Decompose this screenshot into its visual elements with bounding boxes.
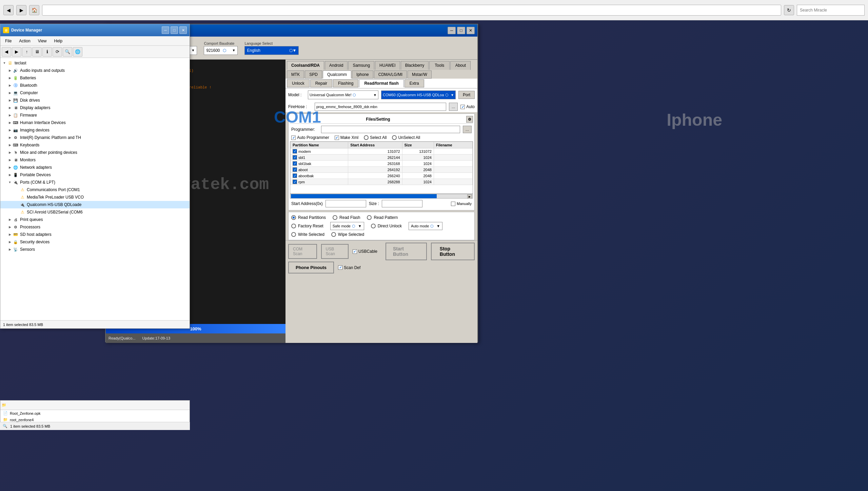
tree-toggle-ports[interactable]: ▼: [7, 180, 13, 185]
tree-item-disk[interactable]: ▶ 💾 Disk drives: [0, 97, 190, 104]
start-addr-input[interactable]: [326, 200, 366, 207]
programmer-input[interactable]: [321, 126, 460, 133]
make-xml-check[interactable]: Make Xml: [335, 135, 358, 140]
home-button[interactable]: 🏠: [29, 5, 39, 15]
horizontal-scrollbar[interactable]: ▶: [290, 194, 473, 199]
dm-tb-forward[interactable]: ▶: [12, 47, 21, 57]
tree-item-portable[interactable]: ▶ 📱 Portable Devices: [0, 171, 190, 179]
baudrate-select[interactable]: 921600 ⬡ ▼: [204, 46, 238, 55]
tree-toggle-mice[interactable]: ▶: [7, 150, 13, 155]
auto-check[interactable]: Auto: [460, 104, 475, 109]
write-selected-radio[interactable]: Write Selected: [291, 232, 324, 237]
port-com-select[interactable]: COM60 (Qualcomm HS-USB QDLoa ⬡ ▼: [381, 90, 456, 99]
dm-menu-action[interactable]: Action: [16, 38, 34, 44]
tree-item-mediatek[interactable]: ⚠ MediaTek PreLoader USB VCO: [0, 193, 190, 201]
com-scan-btn[interactable]: COM Scan: [288, 244, 317, 259]
tree-toggle-display[interactable]: ▶: [7, 105, 13, 110]
auto-programmer-check[interactable]: Auto Programmer: [291, 135, 329, 140]
tab-samsung[interactable]: Samsung: [348, 61, 374, 70]
mb-minimize[interactable]: ─: [448, 27, 456, 34]
auto-prog-checkbox[interactable]: [291, 136, 296, 140]
scan-def-checkbox[interactable]: [338, 265, 342, 270]
func-tab-extra[interactable]: Extra: [405, 79, 424, 87]
tree-toggle-computer[interactable]: ▶: [7, 90, 13, 96]
dm-maximize[interactable]: □: [171, 26, 178, 34]
tab-tools[interactable]: Tools: [429, 61, 450, 70]
tree-toggle-printq[interactable]: ▶: [7, 217, 13, 222]
dm-menu-file[interactable]: File: [2, 38, 15, 44]
tree-item-keyboards[interactable]: ▶ ⌨ Keyboards: [0, 141, 190, 149]
phone-pinouts-btn[interactable]: Phone Pinouts: [288, 262, 334, 273]
forward-button[interactable]: ▶: [16, 5, 26, 15]
tab-blackberry[interactable]: Blackberry: [401, 61, 429, 70]
scroll-right-btn[interactable]: ▶: [467, 195, 472, 199]
tree-item-root[interactable]: ▼ 🖥 teclast: [0, 59, 190, 67]
select-all-radio[interactable]: [364, 135, 369, 140]
address-bar[interactable]: [42, 5, 781, 16]
programmer-browse-btn[interactable]: …: [463, 126, 472, 133]
tree-item-sdhost[interactable]: ▶ 💳 SD host adapters: [0, 231, 190, 238]
tree-toggle-hid[interactable]: ▶: [7, 120, 13, 125]
scan-def-check[interactable]: Scan Def: [338, 265, 360, 270]
tree-toggle-security[interactable]: ▶: [7, 239, 13, 245]
tree-toggle-processors[interactable]: ▶: [7, 224, 13, 230]
tree-toggle-sensors[interactable]: ▶: [7, 247, 13, 252]
tab-about[interactable]: About: [450, 61, 471, 70]
tree-item-computer[interactable]: ▶ 💻 Computer: [0, 89, 190, 97]
dm-tb-network[interactable]: 🌐: [73, 47, 82, 57]
dm-menu-help[interactable]: Help: [51, 38, 66, 44]
tree-item-network[interactable]: ▶ 🌐 Network adapters: [0, 164, 190, 171]
tree-toggle-portable[interactable]: ▶: [7, 172, 13, 178]
usb-cable-checkbox[interactable]: [353, 249, 357, 254]
tree-toggle-monitors[interactable]: ▶: [7, 157, 13, 163]
tree-item-qualcomm[interactable]: 🔌 Qualcomm HS-USB QDLoade: [0, 201, 190, 208]
dm-tb-computer[interactable]: 🖥: [32, 47, 42, 57]
func-tab-flashing[interactable]: Flashing: [333, 79, 358, 87]
dm-close[interactable]: ✕: [179, 26, 187, 34]
tree-item-firmware[interactable]: ▶ 📋 Firmware: [0, 111, 190, 119]
table-row[interactable]: ✓ abootbak 266240 2048: [291, 173, 473, 179]
func-tab-unlock[interactable]: Unlock: [287, 79, 310, 87]
subtab-qualcomm[interactable]: Qualcomm: [323, 70, 351, 79]
tree-item-hid[interactable]: ▶ ⌨ Human Interface Devices: [0, 119, 190, 126]
usb-scan-btn[interactable]: USB Scan: [321, 244, 349, 259]
auto-checkbox[interactable]: [460, 105, 465, 109]
subtab-cdma[interactable]: CDMA/LG/MI: [374, 70, 407, 79]
subtab-mtk[interactable]: MTK: [287, 70, 304, 79]
subtab-iphone[interactable]: Iphone: [352, 70, 373, 79]
search-miracle-input[interactable]: [797, 5, 865, 16]
firehose-browse[interactable]: …: [449, 103, 458, 111]
tree-item-imaging[interactable]: ▶ 📷 Imaging devices: [0, 126, 190, 134]
tree-toggle-firmware[interactable]: ▶: [7, 112, 13, 118]
mb-maximize[interactable]: □: [457, 27, 465, 34]
subtab-mstar[interactable]: Mstar/W: [408, 70, 432, 79]
read-pattern-radio[interactable]: Read Pattern: [367, 215, 398, 220]
dm-minimize[interactable]: ─: [162, 26, 169, 34]
tree-item-batteries[interactable]: ▶ 🔋 Batteries: [0, 74, 190, 82]
dm-tb-up[interactable]: ↑: [22, 47, 32, 57]
subtab-spd[interactable]: SPD: [305, 70, 322, 79]
tree-toggle-audio[interactable]: ▶: [7, 68, 13, 73]
tab-coolsand[interactable]: Coolsand/RDA: [287, 61, 324, 70]
select-all-check[interactable]: Select All: [364, 135, 387, 140]
tree-item-bluetooth[interactable]: ▶ Ⓑ Bluetooth: [0, 82, 190, 89]
func-tab-read[interactable]: Read/format flash: [359, 79, 403, 87]
safe-mode-select[interactable]: Safe mode ⬡ ▼: [330, 222, 364, 230]
tree-toggle-intel[interactable]: ▶: [7, 135, 13, 140]
usb-cable-check[interactable]: USBCable: [353, 249, 377, 254]
back-button[interactable]: ◀: [3, 5, 14, 15]
table-row[interactable]: ✓ aboot 264192 2048: [291, 167, 473, 173]
read-partitions-radio[interactable]: Read Partitions: [291, 215, 326, 220]
wipe-selected-radio[interactable]: Wipe Selected: [331, 232, 364, 237]
tree-toggle-batteries[interactable]: ▶: [7, 75, 13, 81]
tree-item-printq[interactable]: ▶ 🖨 Print queues: [0, 216, 190, 223]
tree-item-intel[interactable]: ▶ ⚙ Intel(R) Dynamic Platform and TH: [0, 134, 190, 141]
tree-item-monitors[interactable]: ▶ 🖥 Monitors: [0, 156, 190, 164]
port-button[interactable]: Port: [458, 91, 475, 99]
read-flash-radio[interactable]: Read Flash: [333, 215, 360, 220]
tree-toggle-network[interactable]: ▶: [7, 165, 13, 170]
table-row[interactable]: ✓ rpm 268288 1024: [291, 179, 473, 185]
mb-close[interactable]: ✕: [467, 27, 475, 34]
make-xml-checkbox[interactable]: [335, 136, 339, 140]
tree-item-ports[interactable]: ▼ 🔌 Ports (COM & LPT): [0, 179, 190, 186]
